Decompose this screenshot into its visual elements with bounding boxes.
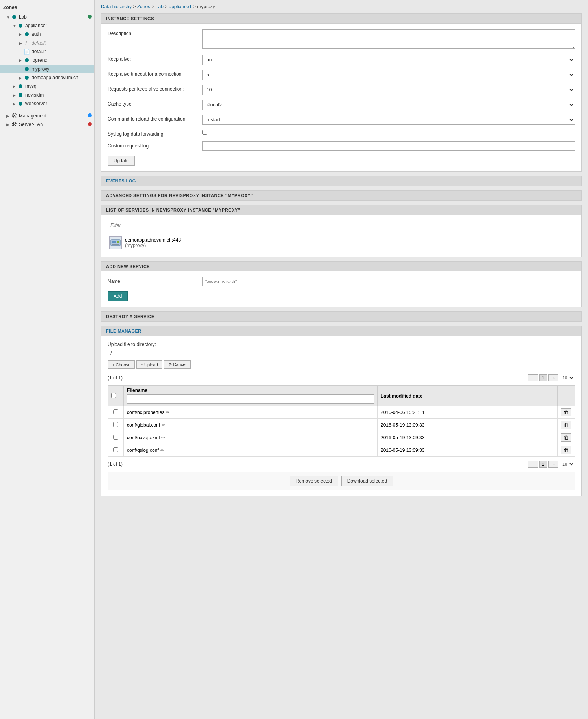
services-filter-input[interactable] [108, 221, 575, 230]
sidebar-item-nevisidm[interactable]: ▶ nevisidm [0, 91, 94, 99]
arrow-webserver: ▶ [13, 102, 17, 106]
keep-alive-label: Keep alive: [108, 55, 202, 62]
edit-icon[interactable]: ✏ [166, 410, 170, 415]
row-checkbox-cell [108, 419, 124, 431]
add-service-button[interactable]: Add [108, 291, 128, 301]
file-table-body: conf/bc.properties✏ 2016-04-06 15:21:11 … [108, 406, 575, 457]
sidebar-item-server-lan[interactable]: ▶ 🛠 Server-LAN [0, 120, 94, 129]
sidebar-label-server-lan: Server-LAN [19, 122, 44, 127]
delete-file-button[interactable]: 🗑 [561, 433, 571, 442]
sidebar-item-management[interactable]: ▶ 🛠 Management [0, 111, 94, 120]
delete-file-button[interactable]: 🗑 [561, 446, 571, 454]
service-item[interactable]: demoapp.adnovum.ch:443 (myproxy) [108, 234, 575, 251]
bottom-pagination-wrap: ← 1 → 10 25 50 [528, 459, 575, 469]
pagination-controls-top: ← 1 → [528, 374, 558, 381]
keep-alive-timeout-select[interactable]: 5 [202, 70, 575, 80]
arrow-default1: ▶ [19, 41, 24, 45]
new-service-name-input[interactable] [202, 277, 575, 286]
row-filename: conf/bc.properties✏ [124, 406, 378, 419]
add-new-service-body: Name: Add [101, 271, 581, 307]
current-page-btn-bottom[interactable]: 1 [539, 461, 547, 468]
row-checkbox[interactable] [113, 422, 118, 427]
sidebar-item-myproxy[interactable]: myproxy [0, 65, 94, 73]
sidebar-item-auth[interactable]: ▶ auth [0, 30, 94, 39]
description-input[interactable] [202, 29, 575, 49]
row-checkbox[interactable] [113, 447, 118, 452]
auth-icon [24, 31, 30, 37]
sidebar-item-lab[interactable]: ▼ Lab [0, 13, 94, 21]
upload-button[interactable]: ↑ Upload [136, 360, 162, 369]
sidebar-item-webserver[interactable]: ▶ webserver [0, 99, 94, 108]
syslog-checkbox[interactable] [202, 130, 207, 135]
breadcrumb-appliance1[interactable]: appliance1 [169, 4, 192, 9]
sidebar-item-logrend[interactable]: ▶ logrend [0, 56, 94, 65]
keep-alive-timeout-control: 5 [202, 70, 575, 80]
sidebar-item-default2[interactable]: 📄 default [0, 47, 94, 56]
sidebar-item-mysql[interactable]: ▶ mysql [0, 82, 94, 91]
filename-col-label: Filename [127, 388, 147, 393]
file-manager-body: Upload file to directory: + Choose ↑ Upl… [101, 336, 581, 496]
prev-page-btn-top[interactable]: ← [528, 374, 538, 381]
file-manager-title[interactable]: FILE MANAGER [106, 329, 141, 333]
list-services-body: demoapp.adnovum.ch:443 (myproxy) [101, 215, 581, 257]
service-name: demoapp.adnovum.ch:443 (myproxy) [125, 237, 181, 248]
events-log-title[interactable]: EVENTS LOG [106, 178, 136, 183]
new-service-name-label: Name: [108, 277, 202, 284]
prev-page-btn-bottom[interactable]: ← [528, 461, 538, 468]
row-checkbox[interactable] [113, 409, 118, 414]
remove-selected-button[interactable]: Remove selected [290, 476, 338, 486]
requests-select[interactable]: 10 [202, 85, 575, 95]
cancel-button[interactable]: ⊘ Cancel [164, 360, 191, 369]
service-icon [109, 236, 122, 249]
destroy-service-header: DESTROY A SERVICE [101, 312, 581, 321]
breadcrumb-lab[interactable]: Lab [156, 4, 164, 9]
destroy-service-section: DESTROY A SERVICE [101, 311, 582, 322]
edit-icon[interactable]: ✏ [162, 422, 166, 428]
delete-file-button[interactable]: 🗑 [561, 421, 571, 429]
upload-dir-input[interactable] [108, 349, 575, 358]
keep-alive-timeout-row: Keep alive timeout for a connection: 5 [108, 70, 575, 80]
table-row: conf/qslog.conf✏ 2016-05-19 13:09:33 🗑 [108, 444, 575, 457]
command-reload-select[interactable]: restart [202, 115, 575, 125]
file-manager-header: FILE MANAGER [101, 326, 581, 336]
sidebar-label-default2: default [32, 49, 46, 54]
pagination-info-bottom: (1 of 1) [108, 461, 123, 467]
syslog-row: Syslog log data forwarding: [108, 130, 575, 137]
per-page-select-top[interactable]: 10 25 50 [560, 373, 575, 383]
sidebar-item-default1[interactable]: ▶ ƒ default [0, 39, 94, 47]
download-selected-button[interactable]: Download selected [341, 476, 393, 486]
sidebar-label-appliance1: appliance1 [25, 23, 48, 28]
next-page-btn-bottom[interactable]: → [548, 461, 558, 468]
select-all-checkbox[interactable] [111, 393, 116, 398]
custom-log-input[interactable] [202, 141, 575, 151]
row-checkbox[interactable] [113, 435, 118, 440]
cache-type-select[interactable]: <local> [202, 100, 575, 110]
next-page-btn-top[interactable]: → [548, 374, 558, 381]
edit-icon[interactable]: ✏ [161, 435, 165, 440]
update-button[interactable]: Update [108, 156, 135, 166]
add-new-service-section: ADD NEW SERVICE Name: Add [101, 261, 582, 307]
file-upload-area: Upload file to directory: + Choose ↑ Upl… [108, 342, 575, 369]
breadcrumb-data-hierarchy[interactable]: Data hierarchy [101, 4, 132, 9]
keep-alive-select[interactable]: on off [202, 55, 575, 65]
custom-log-control [202, 141, 575, 151]
sidebar-item-appliance1[interactable]: ▼ appliance1 [0, 21, 94, 30]
choose-button[interactable]: + Choose [108, 360, 135, 369]
upload-dir-label: Upload file to directory: [108, 342, 575, 347]
filename-filter-input[interactable] [127, 394, 374, 404]
sidebar-item-demoapp[interactable]: ▶ demoapp.adnovum.ch [0, 73, 94, 82]
edit-icon[interactable]: ✏ [160, 448, 164, 453]
current-page-btn-top[interactable]: 1 [539, 374, 547, 381]
arrow-server-lan: ▶ [6, 123, 11, 127]
per-page-select-bottom[interactable]: 10 25 50 [560, 459, 575, 469]
svg-point-2 [117, 241, 119, 243]
instance-settings-body: Description: Keep alive: on off Keep ali… [101, 24, 581, 171]
delete-file-button[interactable]: 🗑 [561, 408, 571, 416]
svg-rect-1 [112, 241, 116, 243]
breadcrumb-zones[interactable]: Zones [137, 4, 150, 9]
lab-icon [11, 14, 17, 20]
keep-alive-timeout-label: Keep alive timeout for a connection: [108, 70, 202, 77]
sidebar-label-mysql: mysql [25, 84, 37, 89]
row-modified: 2016-04-06 15:21:11 [378, 406, 558, 419]
command-reload-row: Command to reload the configuration: res… [108, 115, 575, 125]
